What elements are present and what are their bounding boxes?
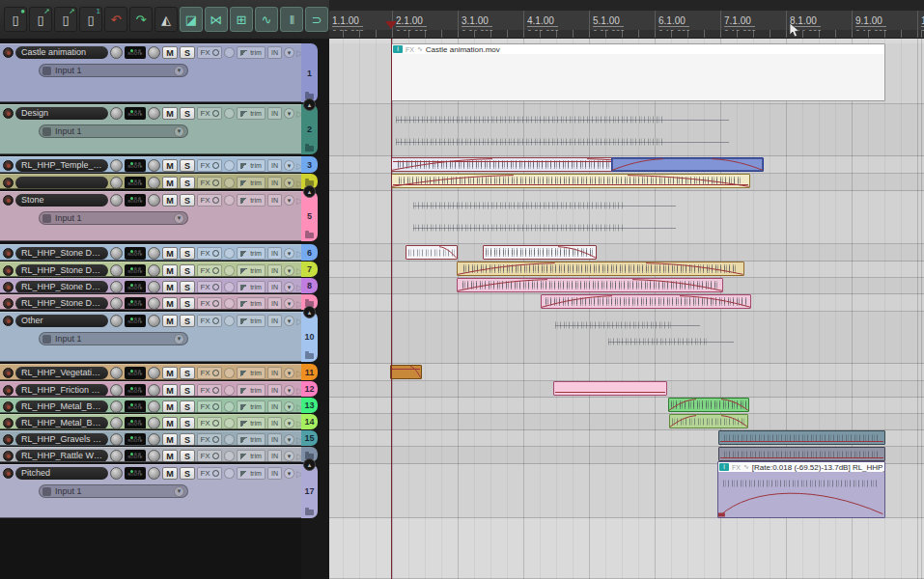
route-button[interactable]: ROUTE <box>125 194 146 207</box>
track-tab-13[interactable]: 13 <box>301 398 318 413</box>
timeline-ruler[interactable]: 1.1.000:00.0002.1.000:02.0003.1.000:04.0… <box>329 0 924 39</box>
input-dropdown-icon[interactable]: ▼ <box>174 486 184 497</box>
record-arm-button[interactable] <box>3 265 14 276</box>
track-tab-15[interactable]: 15 <box>301 430 318 446</box>
fx-button[interactable]: FX <box>197 384 222 397</box>
route-button[interactable]: ROUTE <box>125 367 146 379</box>
track-tab-5[interactable]: 5 <box>301 191 318 241</box>
solo-button[interactable]: S <box>180 433 195 446</box>
arrange-track-lane[interactable] <box>329 414 924 430</box>
track-tab-10[interactable]: 10 <box>301 312 318 362</box>
route-button[interactable]: ROUTE <box>125 281 146 293</box>
pan-knob[interactable] <box>148 467 160 480</box>
audio-item[interactable] <box>457 278 723 292</box>
mute-button[interactable]: M <box>162 247 178 260</box>
arrange-track-lane[interactable] <box>329 398 924 414</box>
input-dropdown-button[interactable]: ▼ <box>284 265 294 276</box>
track-tab-17[interactable]: 17 <box>301 464 318 518</box>
trim-envelope-button[interactable]: trim <box>237 107 266 120</box>
route-button[interactable]: ROUTE <box>125 247 146 260</box>
ruler-mark[interactable]: 2.1.000:02.000 <box>392 11 456 31</box>
pan-knob[interactable] <box>148 194 160 207</box>
volume-knob[interactable] <box>110 281 123 293</box>
input-dropdown-icon[interactable]: ▼ <box>174 213 184 224</box>
fx-button[interactable]: FX <box>197 177 222 189</box>
ripple-edit-button[interactable]: ⊃ <box>305 7 328 32</box>
input-dropdown-button[interactable]: ▼ <box>284 316 294 326</box>
volume-knob[interactable] <box>110 400 123 413</box>
track-name-input[interactable]: RL_HHP_Rattle Wooc..06 <box>15 450 108 462</box>
input-dropdown-button[interactable]: ▼ <box>284 434 294 445</box>
record-arm-button[interactable] <box>3 248 14 259</box>
item-info-icon[interactable]: i <box>393 45 403 53</box>
record-arm-button[interactable] <box>3 434 14 445</box>
volume-knob[interactable] <box>110 417 123 429</box>
record-arm-button[interactable] <box>3 451 14 461</box>
folder-collapse-button[interactable]: ▲ <box>303 306 316 318</box>
track-tab-11[interactable]: 11 <box>301 364 318 380</box>
audio-item[interactable] <box>390 365 422 379</box>
input-dropdown-button[interactable]: ▼ <box>284 418 294 428</box>
track-panel-8[interactable]: RL_HHP_Stone Dirt D..12ROUTEMSFXtrimIN▼▷ <box>0 278 301 293</box>
envelope-button[interactable] <box>224 160 235 171</box>
volume-knob[interactable] <box>110 467 123 480</box>
envelope-line[interactable] <box>720 441 883 442</box>
record-arm-button[interactable] <box>3 160 14 171</box>
ruler-mark[interactable]: 7.1.000:12.000 <box>720 11 784 31</box>
fx-button[interactable]: FX <box>197 315 222 327</box>
audio-item[interactable] <box>553 381 667 396</box>
pan-knob[interactable] <box>148 400 160 413</box>
open-project-button[interactable]: ▯➚ <box>29 7 52 32</box>
solo-button[interactable]: S <box>180 194 195 207</box>
auto-crossfade-button[interactable]: ⋈ <box>205 7 228 32</box>
input-dropdown-button[interactable]: ▼ <box>284 178 294 188</box>
envelope-button[interactable] <box>224 178 235 188</box>
track-panel-4[interactable]: ROUTEMSFXtrimIN▼▷ <box>0 174 301 189</box>
track-tab-2[interactable]: 2 <box>301 104 318 154</box>
track-name-input[interactable]: RL_HHP_Stone Dirt D..13 <box>15 297 108 310</box>
trim-envelope-button[interactable]: trim <box>237 367 266 379</box>
track-name-input[interactable]: Stone <box>15 194 108 207</box>
mute-button[interactable]: M <box>162 264 178 277</box>
folder-collapse-button[interactable]: ▲ <box>303 98 316 111</box>
mute-button[interactable]: M <box>162 384 178 397</box>
solo-button[interactable]: S <box>180 450 195 462</box>
new-project-button[interactable]: ▯● <box>4 7 27 32</box>
volume-knob[interactable] <box>110 264 123 277</box>
undo-button[interactable]: ↶ <box>104 7 127 32</box>
mute-button[interactable]: M <box>162 281 178 293</box>
track-name-input[interactable]: RL_HHP_Stone Dirt D..09 <box>15 247 108 260</box>
track-panel-13[interactable]: RL_HHP_Metal_Big_I..02ROUTEMSFXtrimIN▼▷ <box>0 398 301 413</box>
fx-button[interactable]: FX <box>197 247 222 260</box>
envelope-button[interactable] <box>224 434 235 445</box>
track-panel-3[interactable]: RL_HHP_Temple_Doc..02ROUTEMSFXtrimIN▼▷ <box>0 156 301 173</box>
ruler-mark[interactable]: 6.1.000:10.000 <box>655 11 718 31</box>
fx-button[interactable]: FX <box>197 467 222 480</box>
record-arm-button[interactable] <box>3 282 14 292</box>
input-button[interactable]: IN <box>267 400 282 413</box>
record-arm-button[interactable] <box>3 298 14 309</box>
pan-knob[interactable] <box>148 433 160 446</box>
envelope-button[interactable] <box>224 468 235 479</box>
track-panel-9[interactable]: RL_HHP_Stone Dirt D..13ROUTEMSFXtrimIN▼▷ <box>0 294 301 310</box>
audio-item[interactable] <box>669 414 748 428</box>
track-tab-1[interactable]: 1 <box>301 43 318 102</box>
envelope-button[interactable] <box>224 316 235 326</box>
audio-item[interactable] <box>541 294 751 309</box>
track-name-input[interactable]: RL_HHP_Metal_Big_I..02 <box>15 400 108 413</box>
edit-cursor-marker[interactable] <box>385 21 397 29</box>
snap-grid-button[interactable]: ||| <box>280 7 303 32</box>
envelope-button[interactable] <box>224 108 235 119</box>
trim-envelope-button[interactable]: trim <box>237 281 266 293</box>
trim-envelope-button[interactable]: trim <box>237 384 266 397</box>
audio-item[interactable] <box>391 174 750 188</box>
fx-button[interactable]: FX <box>197 433 222 446</box>
audio-item[interactable] <box>483 245 597 260</box>
track-name-input[interactable]: RL_HHP_Stone Dirt D..11 <box>15 264 108 277</box>
track-name-input[interactable]: RL_HHP_Gravels Fall..04 <box>15 433 108 446</box>
pitched-rate-item[interactable]: iFX∿[Rate:0.018 (-69.52)-13.7dB] RL_HHP_… <box>717 461 885 518</box>
ruler-mark[interactable]: 5.1.000:08.000 <box>589 11 653 31</box>
route-button[interactable]: ROUTE <box>125 159 146 172</box>
solo-button[interactable]: S <box>180 384 195 397</box>
input-dropdown-button[interactable]: ▼ <box>284 248 294 259</box>
